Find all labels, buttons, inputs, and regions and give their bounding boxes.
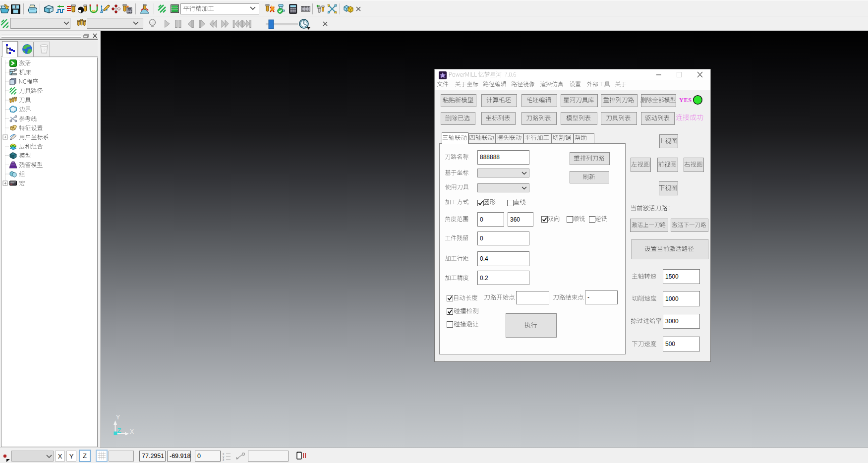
svg-text:Y: Y [116,414,120,421]
svg-text:Z: Z [117,427,121,434]
svg-text:X: X [130,428,134,435]
svg-text:z: z [223,458,224,461]
